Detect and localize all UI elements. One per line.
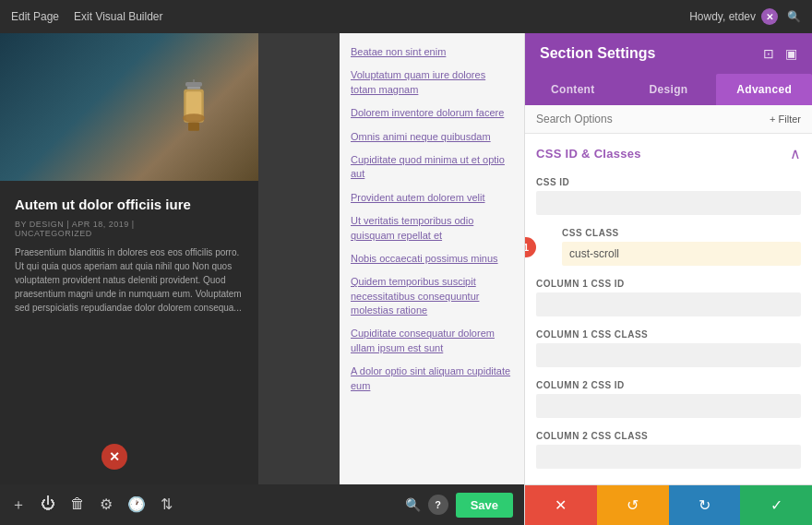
list-item[interactable]: Cupiditate consequatur dolorem ullam ips… (340, 322, 524, 360)
blog-card: Autem ut dolor officiis iure BY DESIGN |… (0, 33, 258, 484)
svg-point-4 (183, 113, 205, 123)
save-button[interactable]: Save (456, 493, 513, 518)
footer-save-button[interactable]: ✓ (740, 485, 812, 525)
blog-content: Autem ut dolor officiis iure BY DESIGN |… (0, 181, 258, 329)
css-class-input[interactable] (562, 242, 801, 266)
search-input[interactable] (536, 113, 762, 125)
list-item[interactable]: A dolor optio sint aliquam cupiditate eu… (340, 360, 524, 398)
lantern-image (166, 66, 221, 176)
toolbar-left: ＋ ⏻ 🗑 ⚙ 🕐 ⇅ (11, 495, 173, 515)
list-item[interactable]: Provident autem dolorem velit (340, 186, 524, 209)
filter-button[interactable]: + Filter (770, 113, 801, 125)
tab-design[interactable]: Design (621, 74, 717, 105)
col1-css-class-label: Column 1 CSS Class (536, 329, 801, 340)
add-icon[interactable]: ＋ (11, 495, 26, 515)
panel-search: + Filter (525, 105, 812, 134)
list-item[interactable]: Nobis occaecati possimus minus (340, 247, 524, 270)
blog-title: Autem ut dolor officiis iure (15, 196, 244, 214)
panel-icon-2[interactable]: ▣ (785, 46, 797, 61)
top-bar-right: Howdy, etdev ✕ 🔍 (689, 8, 801, 25)
col1-css-id-input[interactable] (536, 292, 801, 316)
canvas-search-icon[interactable]: 🔍 (405, 497, 421, 512)
css-class-group: 1 CSS Class (536, 228, 801, 266)
col1-css-id-label: Column 1 CSS ID (536, 279, 801, 289)
col2-css-id-label: Column 2 CSS ID (536, 380, 801, 390)
howdy-badge: Howdy, etdev ✕ (689, 8, 778, 25)
section-title: CSS ID & Classes (536, 147, 641, 161)
tab-content[interactable]: Content (525, 74, 621, 105)
exit-vb-link[interactable]: Exit Visual Builder (74, 10, 163, 23)
right-panel: Section Settings ⊡ ▣ Content Design Adva… (524, 33, 812, 525)
sliders-icon[interactable]: ⇅ (161, 495, 173, 515)
howdy-x-icon[interactable]: ✕ (761, 8, 778, 25)
edit-page-link[interactable]: Edit Page (11, 10, 59, 23)
panel-footer: ✕ ↺ ↻ ✓ (525, 484, 812, 525)
list-item[interactable]: Cupiditate quod minima ut et optio aut (340, 149, 524, 186)
list-item[interactable]: Omnis animi neque quibusdam (340, 125, 524, 149)
trash-icon[interactable]: 🗑 (70, 495, 85, 515)
col1-css-class-input[interactable] (536, 343, 801, 367)
list-item[interactable]: Quidem temporibus suscipit necessitatibu… (340, 270, 524, 322)
col2-css-class-label: Column 2 CSS Class (536, 431, 801, 441)
col1-css-class-group: Column 1 CSS Class (536, 329, 801, 367)
list-panel: Beatae non sint enim Voluptatum quam iur… (340, 33, 524, 484)
blog-excerpt: Praesentium blanditiis in dolores eos eo… (15, 245, 244, 315)
css-class-label: CSS Class (562, 228, 801, 238)
list-item[interactable]: Dolorem inventore dolorum facere (340, 101, 524, 125)
settings-icon[interactable]: ⚙ (100, 495, 113, 515)
col1-css-id-group: Column 1 CSS ID (536, 279, 801, 316)
css-id-label: CSS ID (536, 177, 801, 187)
col2-css-class-group: Column 2 CSS Class (536, 431, 801, 469)
section-header: CSS ID & Classes ∧ (536, 145, 801, 166)
tab-advanced[interactable]: Advanced (716, 74, 812, 105)
col2-css-id-group: Column 2 CSS ID (536, 380, 801, 418)
blog-image (0, 33, 258, 181)
svg-rect-5 (188, 123, 199, 131)
help-button[interactable]: ? (428, 495, 448, 515)
css-id-group: CSS ID (536, 177, 801, 215)
col2-css-class-input[interactable] (536, 445, 801, 469)
footer-cancel-button[interactable]: ✕ (525, 485, 597, 525)
list-item[interactable]: Voluptatum quam iure dolores totam magna… (340, 64, 524, 101)
clock-icon[interactable]: 🕐 (127, 495, 146, 515)
panel-content: CSS ID & Classes ∧ CSS ID 1 CSS Class Co… (525, 134, 812, 484)
toolbar-right: 🔍 ? Save (405, 493, 513, 518)
panel-tabs: Content Design Advanced (525, 74, 812, 105)
panel-header-icons: ⊡ ▣ (763, 46, 797, 61)
footer-redo-button[interactable]: ↻ (669, 485, 741, 525)
top-bar-left: Edit Page Exit Visual Builder (11, 10, 163, 23)
css-class-badge: 1 (525, 237, 536, 257)
css-id-input[interactable] (536, 191, 801, 215)
canvas-toolbar: ＋ ⏻ 🗑 ⚙ 🕐 ⇅ 🔍 ? Save (0, 484, 524, 525)
blog-meta: BY DESIGN | APR 18, 2019 | UNCATEGORIZED (15, 220, 244, 238)
col2-css-id-input[interactable] (536, 394, 801, 418)
top-bar: Edit Page Exit Visual Builder Howdy, etd… (0, 0, 812, 33)
list-item[interactable]: Beatae non sint enim (340, 41, 524, 64)
panel-header: Section Settings ⊡ ▣ (525, 33, 812, 74)
panel-title: Section Settings (540, 45, 655, 62)
howdy-text: Howdy, etdev (689, 10, 756, 23)
panel-icon-1[interactable]: ⊡ (763, 46, 774, 61)
power-icon[interactable]: ⏻ (41, 495, 55, 515)
search-icon[interactable]: 🔍 (787, 10, 801, 23)
list-item[interactable]: Ut veritatis temporibus odio quisquam re… (340, 209, 524, 247)
section-toggle[interactable]: ∧ (790, 145, 801, 162)
svg-rect-1 (187, 87, 200, 89)
footer-reset-button[interactable]: ↺ (597, 485, 669, 525)
main-area: Autem ut dolor officiis iure BY DESIGN |… (0, 33, 812, 525)
canvas-area: Autem ut dolor officiis iure BY DESIGN |… (0, 33, 524, 525)
svg-rect-0 (185, 82, 202, 87)
remove-button[interactable]: ✕ (102, 444, 127, 470)
